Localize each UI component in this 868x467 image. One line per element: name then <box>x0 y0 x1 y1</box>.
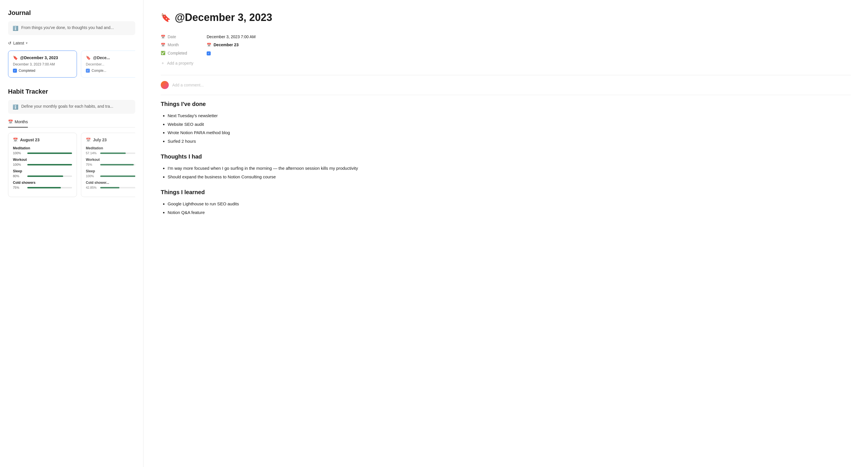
latest-filter[interactable]: ↺ Latest ▾ <box>8 41 135 46</box>
checkbox-2: ✓ <box>86 69 90 73</box>
journal-card-2[interactable]: 🔖 @Dece... December... ✓ Comple... <box>81 51 135 78</box>
right-panel: 🔖 @December 3, 2023 📅 Date December 3, 2… <box>144 0 868 467</box>
list-item: Wrote Notion PARA method blog <box>167 128 851 137</box>
journal-info-banner: ℹ️ From things you've done, to thoughts … <box>8 21 135 35</box>
things-learned-section: Things I learned Google Lighthouse to ru… <box>161 189 851 216</box>
left-panel: Journal ℹ️ From things you've done, to t… <box>0 0 144 467</box>
habit-coldshowers-aug: Cold showers 75% <box>13 181 72 189</box>
habit-workout-aug: Workout 100% <box>13 158 72 166</box>
prop-completed-value[interactable]: ✓ <box>207 51 211 55</box>
months-tab[interactable]: 📅 Months <box>8 119 28 127</box>
prop-month-row: 📅 Month 📅 December 23 <box>161 41 851 49</box>
journal-card-1[interactable]: 🔖 @December 3, 2023 December 3, 2023 7:0… <box>8 51 77 78</box>
prop-date-row: 📅 Date December 3, 2023 7:00 AM <box>161 33 851 41</box>
habit-meditation-jul: Meditation 57.14% <box>86 146 135 155</box>
journal-info-text: From things you've done, to thoughts you… <box>21 25 114 30</box>
months-tab-row: 📅 Months <box>8 119 135 127</box>
card-title-2: 🔖 @Dece... <box>86 55 135 60</box>
month-cal-icon: 📅 <box>207 43 211 47</box>
habit-info-icon: ℹ️ <box>12 104 19 110</box>
prop-completed-row: ✅ Completed ✓ <box>161 49 851 57</box>
month-icon: 📅 <box>161 43 165 47</box>
habit-card-august[interactable]: 📅 August 23 Meditation 100% Workout 100% <box>8 133 77 197</box>
things-done-list: Next Tuesday's newsletter Website SEO au… <box>161 111 851 145</box>
info-icon: ℹ️ <box>12 26 19 31</box>
cal-icon-jul: 📅 <box>86 138 91 142</box>
card-date-1: December 3, 2023 7:00 AM <box>13 62 72 66</box>
list-item: Next Tuesday's newsletter <box>167 111 851 120</box>
prop-month-value[interactable]: 📅 December 23 <box>207 42 239 47</box>
habit-card-july-title: 📅 July 23 <box>86 138 135 142</box>
page-header: 🔖 @December 3, 2023 <box>161 11 851 24</box>
divider-1 <box>161 75 851 75</box>
calendar-icon: 📅 <box>8 119 13 124</box>
thoughts-title: Thoughts I had <box>161 153 851 160</box>
filter-label: Latest <box>13 41 24 46</box>
habit-tracker-title: Habit Tracker <box>8 88 135 95</box>
completed-icon: ✅ <box>161 51 165 55</box>
page-icon: 🔖 <box>161 13 171 22</box>
list-item: Notion Q&A feature <box>167 208 851 217</box>
prop-completed-label: ✅ Completed <box>161 51 207 55</box>
list-item: Surfed 2 hours <box>167 137 851 146</box>
thoughts-section: Thoughts I had I'm way more focused when… <box>161 153 851 181</box>
cal-icon-aug: 📅 <box>13 138 18 142</box>
habit-sleep-aug: Sleep 80% <box>13 169 72 178</box>
journal-cards-row: 🔖 @December 3, 2023 December 3, 2023 7:0… <box>8 51 135 78</box>
habit-coldshowers-jul: Cold shower... 42.85% <box>86 181 135 189</box>
comment-row: Add a comment... <box>161 81 851 89</box>
card-completed-2: ✓ Comple... <box>86 69 135 73</box>
habit-cards-row: 📅 August 23 Meditation 100% Workout 100% <box>8 133 135 197</box>
completed-checkbox[interactable]: ✓ <box>207 51 211 55</box>
avatar <box>161 81 169 89</box>
divider-2 <box>161 95 851 95</box>
things-done-section: Things I've done Next Tuesday's newslett… <box>161 101 851 145</box>
habit-card-july[interactable]: 📅 July 23 Meditation 57.14% Workout 75% <box>81 133 135 197</box>
latest-icon: ↺ <box>8 41 11 46</box>
list-item: Should expand the business to Notion Con… <box>167 173 851 181</box>
list-item: Website SEO audit <box>167 120 851 129</box>
habit-workout-jul: Workout 75% <box>86 158 135 166</box>
journal-section: Journal ℹ️ From things you've done, to t… <box>8 9 135 78</box>
habit-info-banner: ℹ️ Define your monthly goals for each ha… <box>8 100 135 114</box>
things-learned-title: Things I learned <box>161 189 851 196</box>
prop-month-label: 📅 Month <box>161 42 207 47</box>
habit-card-august-title: 📅 August 23 <box>13 138 72 142</box>
comment-placeholder[interactable]: Add a comment... <box>172 83 204 87</box>
chevron-down-icon: ▾ <box>26 41 28 45</box>
card-completed-1: ✓ Completed <box>13 69 72 73</box>
list-item: I'm way more focused when I go surfing i… <box>167 164 851 173</box>
journal-title: Journal <box>8 9 135 17</box>
add-property-row[interactable]: ＋ Add a property <box>161 58 851 68</box>
date-icon: 📅 <box>161 35 165 39</box>
bookmark-icon-2: 🔖 <box>86 55 91 60</box>
prop-date-label: 📅 Date <box>161 34 207 39</box>
page-title: @December 3, 2023 <box>175 11 272 24</box>
plus-icon: ＋ <box>161 61 165 66</box>
habit-meditation-aug: Meditation 100% <box>13 146 72 155</box>
checkbox-1: ✓ <box>13 69 17 73</box>
properties-table: 📅 Date December 3, 2023 7:00 AM 📅 Month … <box>161 33 851 68</box>
prop-date-value[interactable]: December 3, 2023 7:00 AM <box>207 34 255 39</box>
things-done-title: Things I've done <box>161 101 851 108</box>
card-title-1: 🔖 @December 3, 2023 <box>13 55 72 60</box>
habit-tracker-section: Habit Tracker ℹ️ Define your monthly goa… <box>8 88 135 197</box>
things-learned-list: Google Lighthouse to run SEO audits Noti… <box>161 200 851 216</box>
card-date-2: December... <box>86 62 135 66</box>
list-item: Google Lighthouse to run SEO audits <box>167 200 851 208</box>
habit-sleep-jul: Sleep 100% <box>86 169 135 178</box>
bookmark-icon-1: 🔖 <box>13 55 18 60</box>
habit-info-text: Define your monthly goals for each habit… <box>21 104 113 109</box>
thoughts-list: I'm way more focused when I go surfing i… <box>161 164 851 181</box>
